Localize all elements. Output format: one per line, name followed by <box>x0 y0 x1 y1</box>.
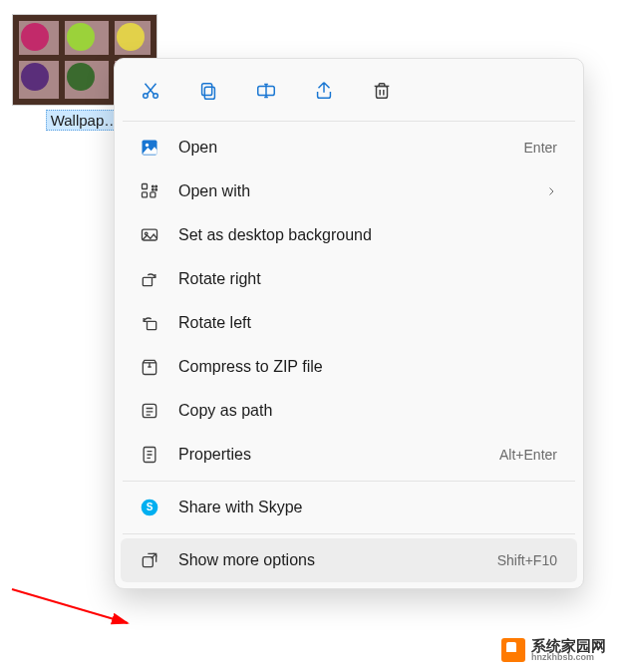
svg-text:S: S <box>147 502 154 512</box>
skype-icon: S <box>139 497 160 518</box>
menu-item-label: Open with <box>160 182 545 200</box>
svg-point-7 <box>146 144 149 147</box>
properties-icon <box>139 444 160 466</box>
menu-item-open[interactable]: Open Enter <box>121 126 577 169</box>
svg-rect-8 <box>143 184 148 189</box>
watermark-subtext: hnzkhbsb.com <box>531 653 606 662</box>
svg-point-14 <box>155 189 157 191</box>
svg-point-11 <box>153 185 154 187</box>
share-icon <box>313 80 335 102</box>
menu-item-properties[interactable]: Properties Alt+Enter <box>121 433 577 477</box>
set-background-icon <box>139 224 160 246</box>
copy-path-icon <box>139 400 160 422</box>
svg-point-1 <box>154 94 158 99</box>
separator <box>123 481 575 482</box>
annotation-arrow <box>10 581 140 641</box>
open-image-icon <box>139 137 160 159</box>
menu-item-share-skype[interactable]: S Share with Skype <box>121 486 577 529</box>
separator <box>123 121 575 122</box>
menu-item-label: Copy as path <box>160 402 557 420</box>
file-label: Wallpap… <box>46 110 125 131</box>
rename-icon <box>255 80 277 102</box>
svg-rect-18 <box>148 321 156 329</box>
rotate-left-icon <box>139 312 160 334</box>
menu-item-label: Set as desktop background <box>160 226 557 244</box>
context-menu: Open Enter Open with Set as desktop back… <box>114 58 584 589</box>
share-button[interactable] <box>312 79 336 103</box>
menu-item-label: Properties <box>160 446 499 464</box>
watermark-logo-icon <box>501 638 525 662</box>
svg-rect-17 <box>143 277 152 285</box>
chevron-right-icon <box>545 183 557 200</box>
svg-rect-3 <box>202 84 212 96</box>
cut-icon <box>140 80 161 102</box>
menu-item-open-with[interactable]: Open with <box>121 169 577 213</box>
copy-icon <box>197 80 219 102</box>
watermark-text: 系统家园网 <box>531 638 606 653</box>
menu-item-accel: Enter <box>524 140 557 156</box>
menu-item-label: Open <box>160 139 524 157</box>
open-with-icon <box>139 180 160 202</box>
delete-button[interactable] <box>370 79 394 103</box>
cut-button[interactable] <box>139 79 162 103</box>
svg-rect-5 <box>377 86 388 98</box>
separator <box>123 533 575 534</box>
svg-rect-2 <box>204 87 214 99</box>
menu-item-compress-zip[interactable]: Compress to ZIP file <box>121 345 577 389</box>
menu-item-label: Show more options <box>160 551 497 569</box>
rename-button[interactable] <box>254 79 278 103</box>
svg-point-13 <box>153 189 154 191</box>
menu-item-accel: Shift+F10 <box>497 552 557 568</box>
menu-item-accel: Alt+Enter <box>499 447 557 463</box>
copy-button[interactable] <box>196 79 220 103</box>
menu-item-rotate-left[interactable]: Rotate left <box>121 301 577 345</box>
menu-item-set-background[interactable]: Set as desktop background <box>121 213 577 257</box>
svg-rect-9 <box>143 192 148 197</box>
compress-zip-icon <box>139 356 160 378</box>
menu-item-label: Rotate right <box>160 270 557 288</box>
show-more-icon <box>139 549 160 571</box>
menu-item-copy-path[interactable]: Copy as path <box>121 389 577 433</box>
menu-item-label: Compress to ZIP file <box>160 358 557 376</box>
menu-item-label: Share with Skype <box>160 499 557 516</box>
svg-line-24 <box>12 589 128 623</box>
menu-item-label: Rotate left <box>160 314 557 332</box>
svg-rect-10 <box>151 192 155 197</box>
watermark: 系统家园网 hnzkhbsb.com <box>501 638 606 662</box>
delete-icon <box>371 80 393 102</box>
menu-item-show-more[interactable]: Show more options Shift+F10 <box>121 538 577 582</box>
context-menu-toolbar <box>115 65 583 117</box>
menu-item-rotate-right[interactable]: Rotate right <box>121 257 577 301</box>
svg-point-12 <box>155 185 157 187</box>
svg-point-0 <box>144 94 149 99</box>
rotate-right-icon <box>139 268 160 290</box>
